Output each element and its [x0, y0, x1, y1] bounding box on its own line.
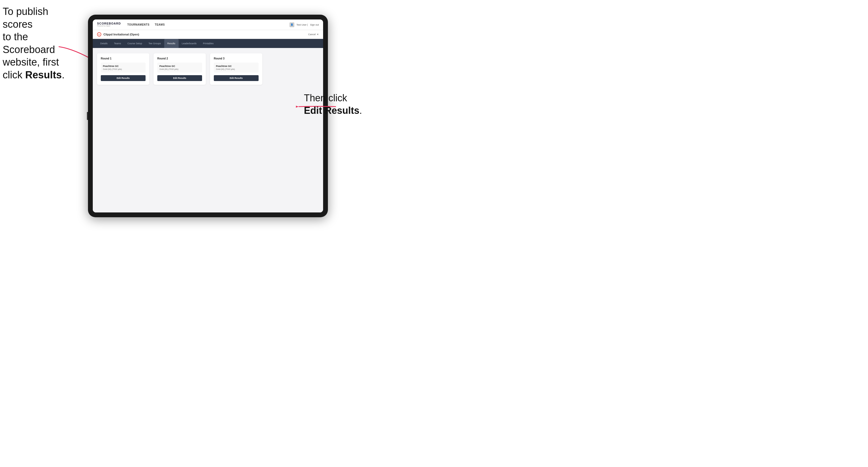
round-3-edit-results-button[interactable]: Edit Results — [214, 75, 258, 81]
nav-teams[interactable]: TEAMS — [155, 23, 165, 26]
instruction-line4: click — [3, 69, 25, 81]
tab-details[interactable]: Details — [97, 39, 111, 48]
round-3-course-detail: Gold (M) (7010 yds) — [216, 68, 256, 70]
tab-course-setup[interactable]: Course Setup — [124, 39, 145, 48]
round-1-course-name: Peachtree GC — [103, 65, 144, 67]
round-2-edit-results-button[interactable]: Edit Results — [157, 75, 202, 81]
logo-title: SCOREBOARD — [97, 22, 121, 25]
tab-printables[interactable]: Printables — [200, 39, 217, 48]
instruction-right-line1: Then click — [304, 93, 347, 103]
round-3-course-info: Peachtree GC Gold (M) (7010 yds) — [214, 63, 258, 72]
user-text: Test User | — [297, 24, 308, 26]
tab-navigation: Details Teams Course Setup Tee Groups Re… — [93, 39, 323, 48]
cancel-button[interactable]: Cancel ✕ — [308, 33, 319, 36]
round-1-card: Round 1 Peachtree GC Gold (M) (7010 yds)… — [97, 53, 149, 85]
c-logo-icon: C — [97, 32, 101, 36]
tablet-device: SCOREBOARD Powered by clippd TOURNAMENTS… — [88, 15, 328, 217]
instruction-line1: To publish scores — [3, 6, 48, 30]
tournament-name-area: C Clippd Invitational (Open) — [97, 32, 139, 36]
round-3-title: Round 3 — [214, 57, 258, 60]
instruction-right-bold: Edit Results — [304, 105, 359, 116]
logo: SCOREBOARD Powered by clippd — [97, 22, 121, 27]
instruction-line2: to the Scoreboard — [3, 31, 55, 55]
round-2-title: Round 2 — [157, 57, 202, 60]
round-2-card: Round 2 Peachtree GC Gold (M) (7010 yds)… — [154, 53, 206, 85]
top-nav: SCOREBOARD Powered by clippd TOURNAMENTS… — [93, 20, 323, 30]
tournament-title: Clippd Invitational (Open) — [103, 33, 139, 36]
close-icon: ✕ — [317, 33, 319, 36]
nav-links: TOURNAMENTS TEAMS — [127, 23, 165, 26]
nav-tournaments[interactable]: TOURNAMENTS — [127, 23, 149, 26]
rounds-grid: Round 1 Peachtree GC Gold (M) (7010 yds)… — [97, 53, 319, 85]
tablet-side-button — [87, 112, 88, 120]
round-4-empty — [267, 53, 319, 85]
top-nav-right: 👤 Test User | Sign out — [289, 22, 319, 27]
round-1-course-info: Peachtree GC Gold (M) (7010 yds) — [101, 63, 146, 72]
main-content: Round 1 Peachtree GC Gold (M) (7010 yds)… — [93, 48, 323, 213]
tab-leaderboards[interactable]: Leaderboards — [179, 39, 200, 48]
user-icon: 👤 — [289, 22, 294, 27]
round-2-course-name: Peachtree GC — [159, 65, 200, 67]
sign-out-link[interactable]: Sign out — [310, 24, 319, 26]
tournament-header: C Clippd Invitational (Open) Cancel ✕ — [93, 30, 323, 39]
instruction-right: Then click Edit Results. — [304, 92, 368, 117]
tab-tee-groups[interactable]: Tee Groups — [145, 39, 164, 48]
round-2-course-detail: Gold (M) (7010 yds) — [159, 68, 200, 70]
round-3-card: Round 3 Peachtree GC Gold (M) (7010 yds)… — [210, 53, 262, 85]
round-1-title: Round 1 — [101, 57, 146, 60]
tab-teams[interactable]: Teams — [111, 39, 124, 48]
round-1-course-detail: Gold (M) (7010 yds) — [103, 68, 144, 70]
tab-results[interactable]: Results — [164, 39, 179, 48]
round-3-course-name: Peachtree GC — [216, 65, 256, 67]
logo-subtitle: Powered by clippd — [97, 25, 121, 27]
instruction-left: To publish scores to the Scoreboard webs… — [3, 5, 72, 81]
round-1-edit-results-button[interactable]: Edit Results — [101, 75, 146, 81]
instruction-line4-bold: Results — [25, 69, 62, 81]
tablet-screen: SCOREBOARD Powered by clippd TOURNAMENTS… — [93, 20, 323, 213]
round-2-course-info: Peachtree GC Gold (M) (7010 yds) — [157, 63, 202, 72]
instruction-line3: website, first — [3, 57, 59, 68]
